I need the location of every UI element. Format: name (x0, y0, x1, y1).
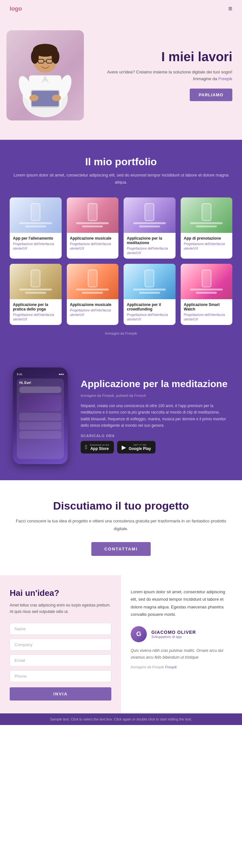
portfolio-card-body-3: Applicazione per la meditazione Progetta… (124, 233, 176, 259)
discuss-subtitle: Facci conoscere la tua idea di progetto … (13, 517, 229, 532)
contact-email-input[interactable] (10, 654, 111, 666)
phone-list (19, 413, 61, 439)
app-download-label: SCARICALO ORA (81, 434, 229, 438)
portfolio-card-5[interactable]: Applicazione per la pratica dello yoga P… (10, 264, 62, 325)
thumb-phone-6 (88, 270, 98, 287)
portfolio-card-4[interactable]: App di prenotazione Progettazione dell'i… (181, 197, 233, 259)
phone-content: Hi, Eve! (17, 378, 64, 459)
thumb-bar-8 (190, 288, 223, 290)
thumb-bar-short-3 (139, 225, 160, 227)
portfolio-card-sub-2: Progettazione dell'interfaccia utente/UX (70, 242, 115, 251)
portfolio-card-title-6: Applicazione musicale (70, 303, 115, 307)
thumb-phone-3 (144, 203, 154, 221)
thumb-phone-5 (31, 270, 41, 287)
portfolio-card-2[interactable]: Applicazione musicale Progettazione dell… (67, 197, 119, 259)
google-play-button[interactable]: ▶ GET IT ON Google Play (117, 441, 156, 454)
contact-name-input[interactable] (10, 623, 111, 635)
author-info: GIACOMO OLIVER Sviluppatore di app (151, 630, 196, 639)
thumb-bar-short-8 (196, 292, 217, 294)
portfolio-card-title-1: App per l'allenamento (13, 236, 58, 241)
phone-list-item-1 (19, 413, 61, 421)
apple-icon:  (85, 444, 87, 451)
portfolio-thumb-2 (67, 197, 119, 233)
portfolio-card-sub-3: Progettazione dell'interfaccia utente/UX (127, 246, 172, 255)
thumb-bar-6 (76, 288, 109, 290)
contact-right-panel: Lorem ipsum dolor sit amet, consectetur … (121, 575, 242, 713)
portfolio-card-title-2: Applicazione musicale (70, 236, 115, 241)
contact-right-text: Lorem ipsum dolor sit amet, consectetur … (131, 588, 232, 618)
thumb-inner-3 (124, 197, 176, 233)
thumb-bar-7 (133, 288, 166, 290)
app-source: Immagine da Freepik, pulsanti da Freepik (81, 394, 229, 398)
freepik-link[interactable]: Freepik (218, 76, 232, 81)
thumb-bar-5 (19, 288, 52, 290)
thumb-phone-8 (202, 270, 211, 287)
svg-point-3 (31, 50, 39, 64)
contact-form: INVIA (10, 623, 111, 701)
portfolio-card-sub-8: Progettazione dell'interfaccia utente/UX (184, 313, 230, 322)
portfolio-card-title-8: Applicazione Smart Watch (184, 303, 230, 311)
portfolio-card-title-4: App di prenotazione (184, 236, 230, 241)
contact-section: Hai un'idea? Amet tellus cras adipiscing… (0, 575, 242, 713)
discuss-cta-button[interactable]: CONTATTAMI (91, 542, 150, 556)
thumb-bar-short-2 (82, 225, 103, 227)
portfolio-subtitle: Lorem ipsum dolor sit amet, consectetur … (10, 172, 232, 186)
app-title: Applicazione per la meditazione (81, 378, 229, 390)
portfolio-card-body-2: Applicazione musicale Progettazione dell… (67, 233, 119, 254)
app-source-link[interactable]: Freepik (134, 394, 146, 398)
hero-person-image (6, 30, 84, 120)
portfolio-card-sub-1: Progettazione dell'interfaccia utente/UX (13, 242, 58, 251)
thumb-phone-1 (31, 203, 41, 221)
portfolio-thumb-8 (181, 264, 233, 299)
nav-logo[interactable]: logo (10, 5, 22, 12)
app-section: 9:41 ●●● Hi, Eve! Applicazione per la me… (0, 351, 242, 480)
contact-left-subtitle: Amet tellus cras adipiscing enim eu turp… (10, 602, 111, 615)
thumb-phone-2 (88, 203, 98, 221)
hero-cta-button[interactable]: PARLIAMO (190, 89, 232, 101)
portfolio-card-sub-6: Progettazione dell'interfaccia utente/UX (70, 308, 115, 317)
portfolio-card-6[interactable]: Applicazione musicale Progettazione dell… (67, 264, 119, 325)
contact-freepik-link[interactable]: Freepik (165, 665, 177, 669)
thumb-phone-7 (144, 270, 154, 287)
hero-text-area: I miei lavori Avere un'idea? Creiamo ins… (97, 50, 232, 101)
thumb-bar-1 (19, 222, 52, 224)
footer: Sample text. Click to select the text bo… (0, 713, 242, 725)
portfolio-card-title-3: Applicazione per la meditazione (127, 236, 172, 245)
svg-point-4 (52, 50, 59, 64)
portfolio-card-body-7: Applicazione per il crowdfunding Progett… (124, 299, 176, 325)
testimonial-author: G GIACOMO OLIVER Sviluppatore di app (131, 626, 232, 642)
portfolio-card-3[interactable]: Applicazione per la meditazione Progetta… (124, 197, 176, 259)
portfolio-card-1[interactable]: App per l'allenamento Progettazione dell… (10, 197, 62, 259)
contact-submit-button[interactable]: INVIA (10, 687, 111, 701)
portfolio-card-body-5: Applicazione per la pratica dello yoga P… (10, 299, 62, 325)
portfolio-card-sub-7: Progettazione dell'interfaccia utente/UX (127, 313, 172, 322)
portfolio-thumb-7 (124, 264, 176, 299)
contact-phone-input[interactable] (10, 670, 111, 682)
nav-menu-icon[interactable]: ≡ (228, 4, 232, 13)
thumb-inner-5 (10, 264, 62, 299)
portfolio-card-body-4: App di prenotazione Progettazione dell'i… (181, 233, 233, 254)
thumb-phone-4 (202, 203, 211, 221)
phone-card-1 (19, 395, 61, 411)
portfolio-card-7[interactable]: Applicazione per il crowdfunding Progett… (124, 264, 176, 325)
portfolio-thumb-3 (124, 197, 176, 233)
phone-status-left: 9:41 (17, 373, 23, 376)
thumb-bar-short-5 (25, 292, 46, 294)
portfolio-grid: App per l'allenamento Progettazione dell… (10, 197, 232, 325)
google-play-small-text: GET IT ON (129, 443, 151, 446)
svg-point-14 (29, 95, 38, 101)
thumb-bar-short-7 (139, 292, 160, 294)
portfolio-thumb-6 (67, 264, 119, 299)
footer-text: Sample text. Click to select the text bo… (50, 717, 192, 721)
thumb-inner-7 (124, 264, 176, 299)
contact-company-input[interactable] (10, 639, 111, 651)
author-avatar: G (131, 626, 147, 642)
portfolio-section: Il mio portfolio Lorem ipsum dolor sit a… (0, 140, 242, 351)
phone-top-bar: 9:41 ●●● (17, 373, 64, 376)
store-buttons:  Download on the App Store ▶ GET IT ON … (81, 441, 229, 454)
thumb-inner-4 (181, 197, 233, 233)
app-store-small-text: Download on the (90, 443, 109, 446)
portfolio-thumb-5 (10, 264, 62, 299)
app-store-button[interactable]:  Download on the App Store (81, 441, 114, 454)
portfolio-card-8[interactable]: Applicazione Smart Watch Progettazione d… (181, 264, 233, 325)
